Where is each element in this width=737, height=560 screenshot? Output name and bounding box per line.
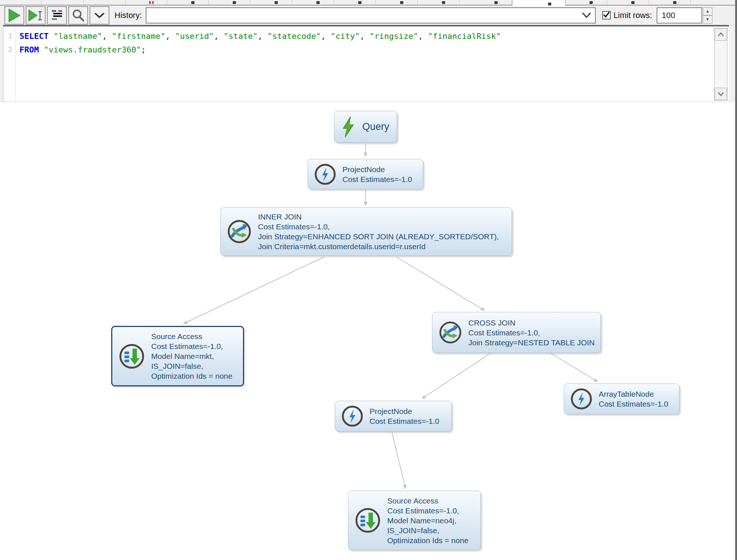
plan-node-query[interactable]: Query bbox=[334, 111, 397, 143]
join-icon bbox=[438, 320, 462, 345]
tab-close-icon[interactable] bbox=[548, 3, 551, 6]
tab-cutoff[interactable] bbox=[167, 0, 209, 5]
search-button[interactable] bbox=[68, 6, 88, 25]
plan-node-arraytablenode[interactable]: ArrayTableNodeCost Estimates=-1.0 bbox=[564, 383, 679, 414]
tab-cutoff[interactable] bbox=[649, 0, 691, 5]
plan-node-inner-join[interactable]: INNER JOINCost Estimates=-1.0,Join Strat… bbox=[220, 207, 512, 256]
tab-modified-icon bbox=[150, 1, 153, 4]
toolbar-dropdown-button[interactable] bbox=[90, 6, 109, 25]
tab-cutoff[interactable] bbox=[460, 0, 512, 5]
tab-cutoff[interactable] bbox=[0, 0, 42, 5]
circled-lightning-icon bbox=[314, 163, 337, 186]
source-access-icon bbox=[354, 507, 381, 534]
tab-strip bbox=[0, 0, 737, 6]
sql-editor[interactable]: 12 SELECT "lastname", "firstname", "user… bbox=[3, 25, 729, 102]
tab-cutoff[interactable] bbox=[418, 0, 460, 5]
tab-cutoff[interactable] bbox=[566, 0, 607, 5]
combobox-chevron-icon[interactable] bbox=[582, 12, 591, 21]
tab-close-icon[interactable] bbox=[233, 1, 236, 4]
plan-node-cross-join[interactable]: CROSS JOINCost Estimates=-1.0,Join Strat… bbox=[432, 312, 601, 353]
sql-editor-zone: 12 SELECT "lastname", "firstname", "user… bbox=[0, 25, 737, 102]
tab-cutoff[interactable] bbox=[126, 0, 167, 5]
tab-close-icon[interactable] bbox=[442, 1, 445, 4]
format-icon bbox=[50, 9, 63, 22]
execute-selection-button[interactable] bbox=[26, 6, 46, 25]
history-combobox[interactable] bbox=[146, 7, 596, 23]
history-label: History: bbox=[115, 11, 142, 20]
magnifier-icon bbox=[71, 8, 85, 22]
play-icon bbox=[7, 8, 21, 23]
lightning-icon bbox=[340, 116, 356, 138]
tab-cutoff[interactable] bbox=[209, 0, 250, 5]
tab-cutoff[interactable] bbox=[292, 0, 334, 5]
tab-close-icon[interactable] bbox=[316, 1, 320, 4]
circled-lightning-icon bbox=[341, 405, 364, 428]
tab-close-icon[interactable] bbox=[275, 1, 278, 4]
source-access-icon bbox=[118, 343, 145, 370]
tab-cutoff[interactable] bbox=[334, 0, 376, 5]
tab-cutoff[interactable] bbox=[691, 0, 737, 5]
plan-node-source-access-mkt[interactable]: Source AccessCost Estimates=-1.0,Model N… bbox=[111, 326, 244, 386]
spinner-up-button[interactable]: ▲ bbox=[703, 7, 712, 15]
tab-close-icon[interactable] bbox=[494, 1, 498, 4]
plan-node-projectnode-top[interactable]: ProjectNodeCost Estimates=-1.0 bbox=[308, 159, 423, 189]
limit-rows-value: 100 bbox=[662, 11, 675, 20]
tab-close-icon[interactable] bbox=[191, 1, 195, 4]
scroll-down-button[interactable] bbox=[715, 88, 727, 100]
tab-cutoff[interactable] bbox=[250, 0, 292, 5]
execute-query-button[interactable] bbox=[4, 6, 24, 25]
line-number-gutter: 12 bbox=[3, 26, 16, 102]
query-toolbar: History: Limit rows: 100 ▲ ▼ bbox=[0, 6, 737, 25]
join-icon bbox=[226, 219, 252, 244]
editor-scrollbar[interactable] bbox=[714, 28, 727, 101]
tab-close-icon[interactable] bbox=[358, 1, 362, 4]
limit-rows-checkbox[interactable] bbox=[602, 11, 611, 19]
tab-close-icon[interactable] bbox=[631, 1, 635, 4]
tab-cutoff[interactable] bbox=[42, 0, 84, 5]
tab-cutoff[interactable] bbox=[607, 0, 649, 5]
limit-rows-input[interactable]: 100 bbox=[657, 7, 702, 23]
limit-rows-label: Limit rows: bbox=[614, 11, 652, 20]
format-query-button[interactable] bbox=[47, 6, 67, 25]
tab-close-icon[interactable] bbox=[400, 1, 403, 4]
tab-close-icon[interactable] bbox=[589, 1, 593, 4]
plan-node-projectnode-bottom[interactable]: ProjectNodeCost Estimates=-1.0 bbox=[335, 401, 452, 432]
play-cursor-icon bbox=[28, 8, 43, 23]
window-right-border bbox=[735, 0, 737, 560]
sql-code: SELECT "lastname", "firstname", "userid"… bbox=[19, 29, 711, 57]
circled-lightning-icon bbox=[570, 388, 593, 410]
scroll-up-button[interactable] bbox=[715, 28, 727, 41]
chevron-down-icon bbox=[94, 12, 105, 19]
tab-close-icon[interactable] bbox=[673, 1, 676, 4]
execution-plan-diagram: Query ProjectNodeCost Estimates=-1.0 INN… bbox=[0, 102, 737, 560]
plan-node-source-access-neo4j[interactable]: Source AccessCost Estimates=-1.0,Model N… bbox=[348, 491, 481, 550]
tab-cutoff[interactable] bbox=[376, 0, 418, 5]
tab-active[interactable] bbox=[512, 0, 566, 6]
checkmark-icon bbox=[603, 12, 610, 19]
spinner-down-button[interactable]: ▼ bbox=[703, 15, 712, 23]
tab-cutoff[interactable] bbox=[84, 0, 126, 5]
